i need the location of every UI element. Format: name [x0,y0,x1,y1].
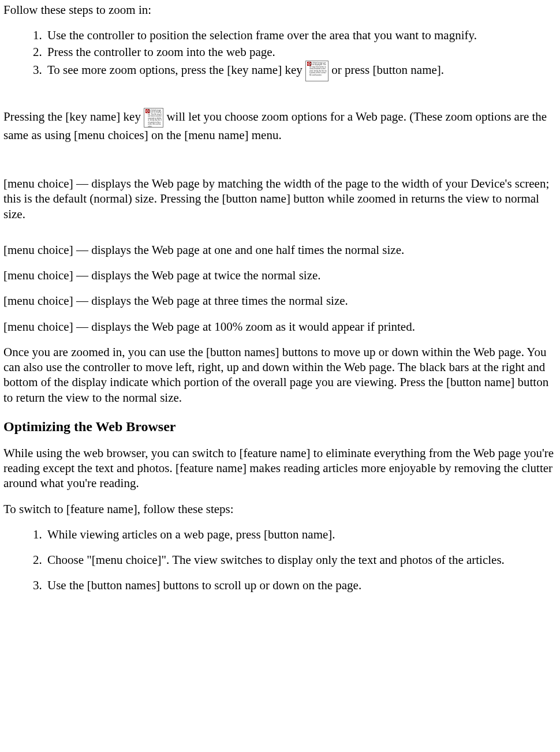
optimize-paragraph-1: While using the web browser, you can swi… [3,446,557,491]
menu-choice-item: [menu choice] — displays the Web page at… [3,268,557,283]
zoom-navigation-paragraph: Once you are zoomed in, you can use the … [3,345,557,405]
missing-image-icon: The linked image cannot be displayed. Th… [305,61,328,81]
menu-choice-default: [menu choice] — displays the Web page by… [3,176,557,222]
key-paragraph: Pressing the [key name] key The linked i… [3,108,557,143]
menu-choice-item: [menu choice] — displays the Web page at… [3,242,557,257]
menu-choice-item: [menu choice] — displays the Web page at… [3,319,557,334]
optimize-paragraph-2: To switch to [feature name], follow thes… [3,502,557,517]
step3-pre: To see more zoom options, press the [key… [47,63,305,77]
menu-choice-item: [menu choice] — displays the Web page at… [3,293,557,308]
list-item: Use the [button names] buttons to scroll… [45,578,557,593]
optimize-steps-list: While viewing articles on a web page, pr… [3,527,557,593]
section-heading: Optimizing the Web Browser [3,418,557,435]
zoom-steps-list: Use the controller to position the selec… [3,28,557,81]
list-item: Press the controller to zoom into the we… [45,44,557,59]
list-item: To see more zoom options, press the [key… [45,61,557,81]
key-pre: Pressing the [key name] key [3,110,144,124]
list-item: While viewing articles on a web page, pr… [45,527,557,542]
intro-paragraph: Follow these steps to zoom in: [3,2,557,17]
document-page: Follow these steps to zoom in: Use the c… [0,0,560,752]
list-item: Use the controller to position the selec… [45,28,557,43]
step3-post: or press [button name]. [331,63,444,77]
missing-image-icon: The linked image cannot be displayed. Th… [144,108,163,128]
list-item: Choose "[menu choice]". The view switche… [45,552,557,567]
